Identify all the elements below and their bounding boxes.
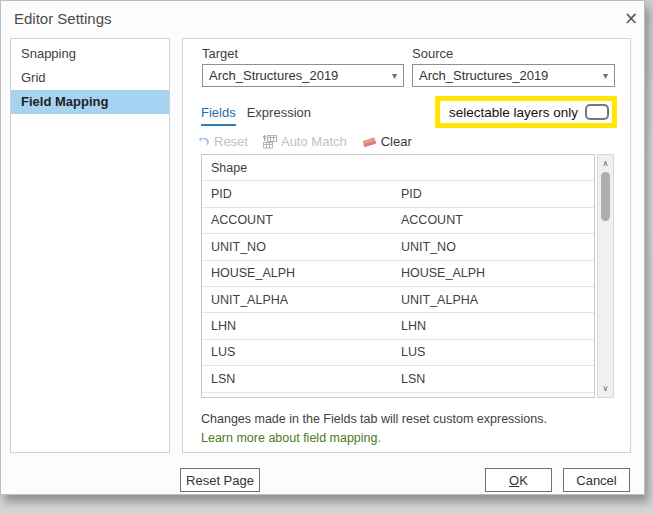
table-row: LUS LUS [202,340,594,366]
ok-button[interactable]: OK [485,468,552,492]
mapping-tabs: Fields Expression [201,105,311,126]
cancel-button[interactable]: Cancel [563,468,630,492]
settings-sidebar: Snapping Grid Field Mapping [10,38,170,453]
learn-more-link[interactable]: Learn more about field mapping. [201,431,381,445]
table-row: LSN LSN [202,366,594,392]
source-dropdown[interactable]: Arch_Structures_2019 ▾ [412,64,615,87]
chevron-down-icon: ▾ [603,70,608,81]
sidebar-item-field-mapping[interactable]: Field Mapping [11,90,169,114]
table-row: UNIT_NO UNIT_NO [202,234,594,260]
source-label: Source [412,46,453,61]
eraser-icon [361,134,378,148]
table-scrollbar[interactable]: ∧ ∨ [597,154,614,398]
tab-expression[interactable]: Expression [247,105,311,126]
selectable-layers-checkbox[interactable] [585,104,609,120]
auto-match-button[interactable]: Auto Match [262,134,347,149]
clear-button[interactable]: Clear [361,134,412,149]
table-row: PID PID [202,181,594,207]
source-dropdown-value: Arch_Structures_2019 [419,68,548,83]
scrollbar-thumb[interactable] [601,172,610,221]
editor-settings-dialog: Editor Settings × Snapping Grid Field Ma… [0,0,645,495]
fields-note-text: Changes made in the Fields tab will rese… [201,412,547,426]
target-label: Target [202,46,238,61]
target-dropdown-value: Arch_Structures_2019 [209,68,338,83]
fields-toolbar: Reset [197,131,412,151]
reset-button[interactable]: Reset [197,134,248,149]
scroll-up-icon[interactable]: ∧ [598,156,613,171]
selectable-layers-row: selectable layers only [440,101,612,123]
field-mapping-table[interactable]: Shape PID PID ACCOUNT ACCOUNT UNIT_NO UN… [201,154,595,398]
chevron-down-icon: ▾ [392,70,397,81]
table-row: Shape [202,155,594,181]
sidebar-item-snapping[interactable]: Snapping [11,42,169,66]
selectable-layers-label: selectable layers only [449,105,578,120]
table-row: UNIT_ALPHA UNIT_ALPHA [202,287,594,313]
scroll-down-icon[interactable]: ∨ [598,381,613,396]
table-row: ACCOUNT ACCOUNT [202,208,594,234]
target-dropdown[interactable]: Arch_Structures_2019 ▾ [202,64,404,87]
table-row: HOUSE_ALPH HOUSE_ALPH [202,261,594,287]
selectable-layers-highlight-annotation: selectable layers only [435,96,617,128]
field-mapping-panel: Target Arch_Structures_2019 ▾ Source Arc… [182,38,631,453]
dialog-title: Editor Settings [14,10,112,27]
tab-fields[interactable]: Fields [201,105,236,126]
reset-page-button[interactable]: Reset Page [180,468,260,492]
auto-match-tables-icon [262,134,278,149]
undo-arrow-icon [197,134,211,148]
table-row: LHN LHN [202,313,594,339]
sidebar-item-grid[interactable]: Grid [11,66,169,90]
close-icon[interactable]: × [619,6,643,30]
